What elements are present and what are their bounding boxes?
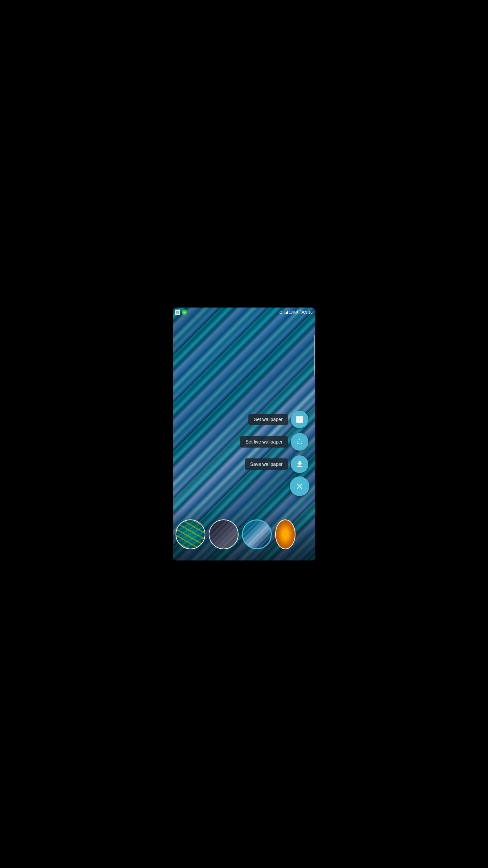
save-wallpaper-row: Save wallpaper (245, 455, 308, 473)
svg-point-3 (299, 443, 300, 444)
svg-point-0 (299, 439, 300, 440)
wallpaper-thumb-1[interactable] (176, 519, 205, 549)
download-icon (296, 460, 304, 468)
status-left-icons (175, 310, 187, 315)
set-wallpaper-row: Set wallpaper (248, 411, 308, 428)
save-wallpaper-button[interactable] (291, 455, 308, 473)
fab-close-row (290, 476, 308, 496)
message-notification-icon (182, 310, 187, 315)
wallpaper-thumb-3[interactable] (242, 519, 272, 549)
sparkles-icon (296, 438, 304, 446)
scrollbar[interactable] (314, 335, 315, 375)
svg-point-1 (298, 441, 299, 442)
mountains-icon (296, 415, 304, 423)
fab-menu: Set wallpaper Set live wallpaper (240, 411, 308, 496)
svg-point-4 (301, 443, 302, 444)
status-bar: 18% 09:10 (173, 308, 315, 317)
sync-icon (279, 310, 283, 314)
close-fab-button[interactable] (290, 476, 309, 496)
battery-icon-container (297, 311, 302, 314)
set-wallpaper-label[interactable]: Set wallpaper (248, 414, 288, 425)
battery-icon (297, 311, 302, 314)
set-wallpaper-button[interactable] (291, 411, 308, 428)
gallery-notification-icon (175, 310, 180, 315)
svg-point-2 (301, 441, 302, 441)
set-live-wallpaper-row: Set live wallpaper (240, 433, 308, 451)
battery-percent: 18% (289, 311, 296, 314)
phone-screen: 18% 09:10 Set wallpaper Set live wal (173, 308, 315, 560)
thumbnails-bar (173, 508, 315, 560)
status-right-icons: 18% 09:10 (279, 310, 312, 314)
set-live-wallpaper-label[interactable]: Set live wallpaper (240, 436, 288, 448)
signal-icon (284, 310, 288, 314)
save-wallpaper-label[interactable]: Save wallpaper (245, 458, 288, 470)
set-live-wallpaper-button[interactable] (291, 433, 308, 451)
svg-point-5 (297, 443, 298, 444)
wallpaper-thumb-2[interactable] (209, 519, 239, 549)
time-display: 09:10 (303, 310, 312, 314)
close-icon (295, 482, 304, 491)
wallpaper-thumb-4[interactable] (275, 519, 296, 549)
battery-fill (297, 311, 298, 313)
